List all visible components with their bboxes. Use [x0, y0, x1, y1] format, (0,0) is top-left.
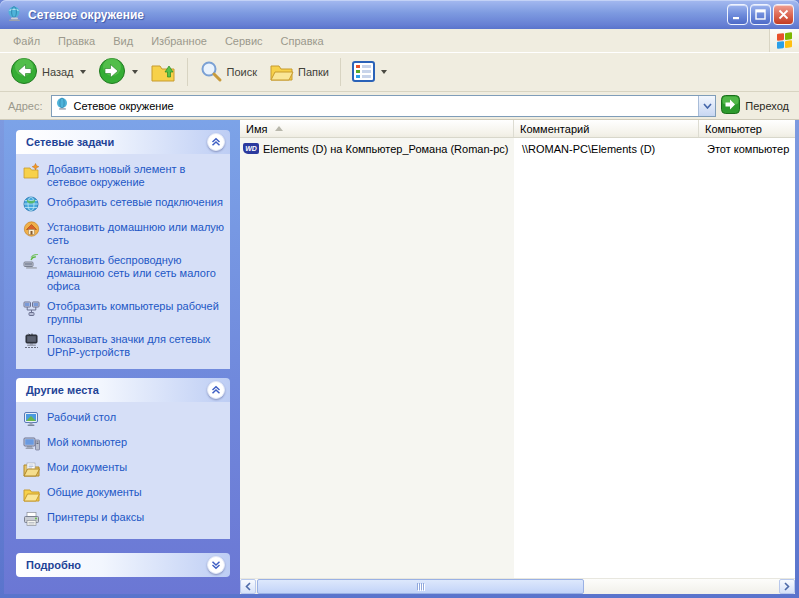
place-printers-faxes[interactable]: Принтеры и факсы [23, 511, 226, 529]
printers-faxes-icon [23, 511, 40, 529]
task-view-workgroup-computers[interactable]: Отобразить компьютеры рабочей группы [23, 300, 226, 326]
file-row-elements-drive[interactable]: WD Elements (D) на Компьютер_Романа (Rom… [240, 140, 795, 157]
horizontal-scrollbar [240, 578, 795, 594]
scrollbar-thumb[interactable] [257, 579, 584, 594]
maximize-button[interactable] [750, 4, 771, 25]
folders-label: Папки [298, 66, 329, 78]
wd-drive-icon: WD [243, 143, 259, 154]
task-label: Установить домашнюю или малую сеть [47, 221, 226, 247]
panel-other-places: Другие места Рабочий стол Мой компьютер [16, 378, 230, 539]
toolbar-separator [340, 58, 341, 86]
window-title: Сетевое окружение [28, 8, 722, 22]
panel-details-header[interactable]: Подробно [16, 553, 230, 577]
title-bar: Сетевое окружение [0, 0, 799, 29]
column-label: Компьютер [705, 123, 762, 135]
scrollbar-track[interactable] [256, 579, 779, 594]
address-label: Адрес: [0, 100, 51, 112]
panel-title: Другие места [26, 384, 99, 396]
network-connections-icon [23, 196, 40, 214]
minimize-button[interactable] [727, 4, 748, 25]
task-setup-home-network[interactable]: Установить домашнюю или малую сеть [23, 221, 226, 247]
place-desktop[interactable]: Рабочий стол [23, 411, 226, 429]
task-add-network-place[interactable]: Добавить новый элемент в сетевое окружен… [23, 163, 226, 189]
column-header-computer[interactable]: Компьютер [699, 120, 795, 137]
go-button[interactable]: Переход [716, 93, 796, 118]
file-computer: Этот компьютер [699, 143, 795, 155]
panel-other-places-header[interactable]: Другие места [16, 378, 230, 402]
place-shared-documents[interactable]: Общие документы [23, 486, 226, 504]
search-icon [199, 59, 223, 85]
file-list-view: Имя Комментарий Компьютер WD Elements [240, 120, 795, 594]
network-places-window: Сетевое окружение Файл Правка Вид Избран… [0, 0, 799, 598]
place-label: Принтеры и факсы [47, 511, 144, 529]
place-label: Рабочий стол [47, 411, 116, 429]
place-label: Мой компьютер [47, 436, 127, 454]
column-header-name[interactable]: Имя [240, 120, 514, 137]
home-network-icon [23, 221, 40, 247]
wireless-network-icon [23, 254, 40, 293]
task-pane-sidebar: Сетевые задачи Добавить новый элемент в … [4, 120, 240, 594]
menu-tools[interactable]: Сервис [216, 31, 272, 51]
address-dropdown-button[interactable] [698, 96, 715, 116]
panel-network-tasks-header[interactable]: Сетевые задачи [16, 130, 230, 154]
window-body: Сетевые задачи Добавить новый элемент в … [0, 120, 799, 598]
menu-favorites[interactable]: Избранное [142, 31, 216, 51]
place-label: Общие документы [47, 486, 142, 504]
sort-ascending-icon [275, 126, 283, 131]
forward-icon [98, 57, 126, 87]
up-button[interactable] [144, 54, 182, 90]
panel-other-places-body: Рабочий стол Мой компьютер Мои документы [16, 402, 230, 539]
place-my-computer[interactable]: Мой компьютер [23, 436, 226, 454]
workgroup-computers-icon [23, 300, 40, 326]
folders-button[interactable]: Папки [263, 55, 335, 90]
address-value: Сетевое окружение [74, 100, 695, 112]
menu-help[interactable]: Справка [272, 31, 333, 51]
task-label: Отобразить сетевые подключения [47, 196, 223, 214]
close-button[interactable] [773, 4, 794, 25]
upnp-devices-icon [23, 333, 40, 359]
task-setup-wireless-network[interactable]: Установить беспроводную домашнюю сеть ил… [23, 254, 226, 293]
search-button[interactable]: Поиск [193, 55, 263, 89]
folders-icon [269, 59, 294, 86]
panel-title: Подробно [26, 559, 81, 571]
back-button[interactable]: Назад [4, 53, 92, 91]
menu-file[interactable]: Файл [4, 31, 49, 51]
back-label: Назад [42, 66, 74, 78]
column-header-comment[interactable]: Комментарий [514, 120, 699, 137]
search-label: Поиск [227, 66, 257, 78]
task-label: Добавить новый элемент в сетевое окружен… [47, 163, 226, 189]
scroll-left-button[interactable] [240, 579, 256, 594]
task-show-upnp-icons[interactable]: Показывать значки для сетевых UPnP-устро… [23, 333, 226, 359]
scroll-right-button[interactable] [779, 579, 795, 594]
menu-view[interactable]: Вид [104, 31, 142, 51]
forward-dropdown-icon [132, 70, 138, 74]
address-input[interactable]: Сетевое окружение [51, 95, 717, 117]
expand-chevron-down-icon[interactable] [207, 556, 225, 574]
column-headers: Имя Комментарий Компьютер [240, 120, 795, 138]
my-computer-icon [23, 436, 40, 454]
panel-title: Сетевые задачи [26, 136, 114, 148]
panel-details: Подробно [16, 553, 230, 577]
shared-documents-icon [23, 486, 40, 504]
desktop-icon [23, 411, 40, 429]
file-comment: \\ROMAN-PC\Elements (D) [514, 143, 699, 155]
go-icon [721, 95, 740, 116]
place-label: Мои документы [47, 461, 127, 479]
views-icon [352, 61, 375, 84]
file-name: Elements (D) на Компьютер_Романа (Roman-… [263, 143, 509, 155]
forward-button[interactable] [92, 53, 144, 91]
toolbar: Назад Поиск Папки [0, 52, 799, 92]
menu-edit[interactable]: Правка [49, 31, 104, 51]
views-button[interactable] [346, 57, 393, 88]
task-network-connections[interactable]: Отобразить сетевые подключения [23, 196, 226, 214]
back-dropdown-icon [80, 70, 86, 74]
windows-logo-icon [769, 29, 799, 52]
task-label: Установить беспроводную домашнюю сеть ил… [47, 254, 226, 293]
panel-network-tasks: Сетевые задачи Добавить новый элемент в … [16, 130, 230, 369]
place-my-documents[interactable]: Мои документы [23, 461, 226, 479]
network-places-icon [6, 5, 23, 24]
column-label: Имя [246, 123, 267, 135]
collapse-chevron-up-icon[interactable] [207, 381, 225, 399]
network-places-small-icon [55, 97, 70, 114]
collapse-chevron-up-icon[interactable] [207, 133, 225, 151]
